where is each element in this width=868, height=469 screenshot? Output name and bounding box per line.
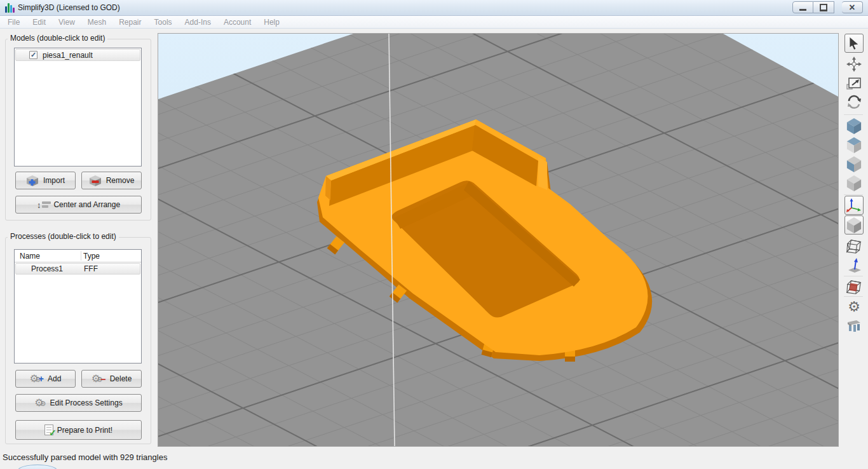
restore-icon [820, 4, 827, 11]
translate-tool-button[interactable] [844, 55, 864, 74]
cross-section-button[interactable] [844, 278, 864, 297]
app-logo-icon [5, 3, 15, 13]
edit-gears-icon: ⚙⚙ [34, 398, 46, 408]
prepare-to-print-label: Prepare to Print! [57, 426, 112, 435]
view-cube-top-icon [846, 136, 862, 154]
processes-table-header: Name Type [15, 250, 141, 262]
models-list[interactable]: ✓ piesa1_renault [14, 48, 142, 167]
menu-tools[interactable]: Tools [148, 16, 179, 29]
status-message: Successfully parsed model with 929 trian… [3, 452, 167, 462]
menu-bar: File Edit View Mesh Repair Tools Add-Ins… [0, 16, 868, 29]
scale-tool-button[interactable] [844, 74, 864, 93]
normal-arrow-icon [846, 257, 862, 274]
model-visibility-checkbox[interactable]: ✓ [29, 51, 37, 59]
3d-scene [158, 34, 838, 446]
add-process-button[interactable]: ⚙⚙ + Add [15, 370, 76, 388]
prepare-to-print-button[interactable]: ✓ Prepare to Print! [15, 420, 142, 440]
solid-render-button[interactable] [844, 215, 864, 234]
view-cube-gray-icon [846, 174, 862, 192]
sidebar: Models (double-click to edit) ✓ piesa1_r… [0, 29, 158, 449]
view-preset-2-button[interactable] [844, 135, 864, 154]
view-preset-4-button[interactable] [844, 173, 864, 193]
menu-repair[interactable]: Repair [112, 16, 147, 29]
wireframe-cube-icon [846, 238, 862, 255]
add-button-label: Add [48, 374, 61, 383]
processes-group-label: Processes (double-click to edit) [8, 232, 119, 241]
supports-icon [846, 318, 862, 334]
toolbar-separator [844, 194, 863, 195]
title-bar: Simplify3D (Licensed to GOD) × [0, 0, 868, 16]
processes-table[interactable]: Name Type Process1 FFF [14, 249, 142, 364]
remove-button[interactable]: Remove [81, 172, 142, 189]
view-cube-front-icon [846, 155, 862, 173]
solid-cube-icon [846, 216, 862, 234]
window-controls: × [792, 1, 863, 13]
column-header-type: Type [83, 252, 100, 261]
view-preset-3-button[interactable] [844, 154, 864, 173]
axes-icon [846, 198, 862, 213]
show-axes-button[interactable] [844, 196, 864, 215]
toolbar-separator [844, 276, 863, 276]
rotate-icon [846, 95, 862, 110]
cross-section-icon [846, 279, 862, 296]
delete-minus-icon: − [100, 374, 106, 384]
process-name-cell: Process1 [31, 264, 63, 273]
surface-normals-button[interactable] [844, 256, 864, 275]
view-preset-1-button[interactable] [844, 116, 864, 135]
delete-button-label: Delete [110, 374, 132, 383]
list-item[interactable]: ✓ piesa1_renault [15, 49, 140, 61]
models-group-label: Models (double-click to edit) [8, 34, 107, 43]
arrange-layers-icon [42, 200, 51, 209]
toolbar-separator [844, 296, 863, 297]
edit-process-settings-button[interactable]: ⚙⚙ Edit Process Settings [15, 394, 142, 412]
menu-file[interactable]: File [1, 16, 26, 29]
column-header-name: Name [20, 252, 40, 261]
menu-account[interactable]: Account [217, 16, 257, 29]
model-name-label: piesa1_renault [43, 51, 93, 60]
support-structures-button[interactable] [844, 316, 864, 336]
view-toolbar: ⚙ [839, 29, 868, 449]
menu-view[interactable]: View [52, 16, 81, 29]
status-bar: Successfully parsed model with 929 trian… [0, 449, 868, 469]
column-divider [81, 251, 81, 261]
arrange-arrows-icon: ↕ [37, 201, 41, 209]
delete-process-button[interactable]: ⚙⚙ − Delete [81, 370, 142, 388]
gear-icon: ⚙ [848, 300, 860, 314]
process-type-cell: FFF [84, 264, 98, 273]
wireframe-render-button[interactable] [844, 237, 864, 256]
minimize-icon [799, 9, 806, 11]
machine-settings-button[interactable]: ⚙ [844, 297, 864, 316]
remove-cube-icon [89, 175, 102, 187]
remove-button-label: Remove [106, 176, 135, 185]
window-title: Simplify3D (Licensed to GOD) [18, 3, 120, 12]
prepare-document-icon: ✓ [44, 425, 53, 435]
minimize-button[interactable] [792, 1, 813, 13]
center-and-arrange-button[interactable]: ↕ Center and Arrange [15, 196, 142, 214]
close-icon: × [849, 3, 855, 13]
center-and-arrange-label: Center and Arrange [53, 200, 120, 209]
prepare-check-icon: ✓ [49, 428, 57, 437]
3d-viewport[interactable] [158, 33, 839, 447]
cursor-icon [848, 36, 860, 50]
view-cube-blue-icon [846, 117, 862, 135]
process-row[interactable]: Process1 FFF [15, 263, 140, 275]
menu-addins[interactable]: Add-Ins [179, 16, 217, 29]
restore-button[interactable] [813, 1, 834, 13]
import-button-label: Import [43, 176, 65, 185]
import-cube-icon [26, 175, 39, 187]
menu-help[interactable]: Help [257, 16, 286, 29]
rotate-tool-button[interactable] [844, 93, 864, 112]
model-wall-end-face [538, 157, 547, 190]
close-button[interactable]: × [842, 1, 863, 13]
scale-icon [846, 76, 862, 90]
import-button[interactable]: Import [15, 172, 76, 189]
menu-mesh[interactable]: Mesh [81, 16, 112, 29]
toolbar-separator [844, 114, 863, 115]
menu-edit[interactable]: Edit [26, 16, 52, 29]
add-plus-icon: + [39, 374, 44, 383]
select-tool-button[interactable] [844, 34, 864, 53]
move-icon [846, 57, 862, 72]
edit-process-settings-label: Edit Process Settings [50, 398, 123, 407]
